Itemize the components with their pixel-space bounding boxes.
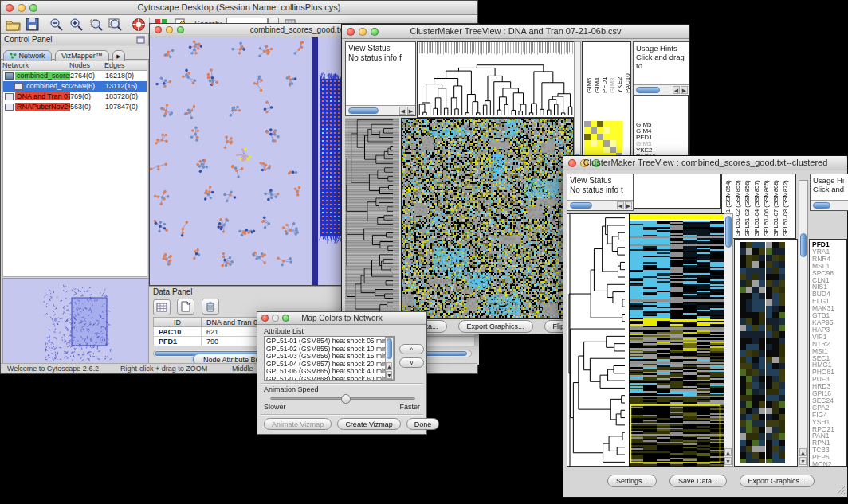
tv2-status-scrollbar[interactable]: ◀ ▶ <box>567 200 633 210</box>
vscrollbar-thumb[interactable] <box>387 338 392 359</box>
heatmap-cell <box>616 121 622 127</box>
export-graphics--button[interactable]: Export Graphics... <box>740 475 815 487</box>
slider-thumb[interactable] <box>341 394 351 404</box>
treeview2-titlebar[interactable]: ClusterMaker TreeView : combined_scores_… <box>563 156 847 170</box>
control-panel: Control Panel Network VizMapper™ ▶ Netwo… <box>1 34 149 365</box>
tv2-heatmap-vscrollbar[interactable]: ▲ ▼ <box>724 213 733 467</box>
scroll-up-icon[interactable]: ▲ <box>799 448 807 456</box>
resize-grip[interactable] <box>836 486 846 495</box>
scroll-right-icon[interactable]: ▶ <box>407 107 414 115</box>
settings--button[interactable]: Settings... <box>607 475 657 487</box>
heatmap-cell <box>616 134 622 140</box>
attribute-list-scrollbar[interactable]: ▲ ▼ <box>385 337 394 380</box>
move-down-button[interactable]: v <box>399 357 424 368</box>
tv2-gene-vscrollbar[interactable]: ▲ ▼ <box>799 180 808 467</box>
col-nodes[interactable]: Nodes <box>69 61 104 70</box>
save-data--button[interactable]: Save Data... <box>669 475 727 487</box>
scrollbar-thumb[interactable] <box>813 202 830 209</box>
heatmap-cell <box>591 127 597 134</box>
float-panel-icon[interactable] <box>136 36 145 44</box>
tv1-status-scrollbar[interactable]: ◀ ▶ <box>346 105 415 115</box>
scroll-right-icon[interactable]: ▶ <box>681 86 688 94</box>
tv1-zoom-heatmap[interactable] <box>584 121 622 159</box>
status-middle-hint: Middle- <box>232 365 256 373</box>
delete-trash-icon[interactable] <box>202 299 219 315</box>
network-row[interactable]: combined_scores2764(0)16218(0) <box>3 71 147 81</box>
export-graphics--button[interactable]: Export Graphics... <box>458 320 533 333</box>
file-icon <box>5 104 14 111</box>
attribute-table-icon[interactable] <box>153 299 171 315</box>
tv1-column-dendrogram[interactable] <box>417 41 575 118</box>
scrollbar-thumb[interactable] <box>348 107 379 114</box>
tv1-heatmap[interactable] <box>401 118 574 319</box>
column-label: GIM3 <box>609 45 616 93</box>
done-button[interactable]: Done <box>406 418 440 430</box>
status-welcome: Welcome to Cytoscape 2.6.2 <box>7 365 99 373</box>
tv2-zoom-heatmap[interactable] <box>740 242 786 463</box>
tv2-heatmap[interactable] <box>629 213 724 467</box>
scroll-left-icon[interactable]: ◀ <box>399 107 406 115</box>
heatmap-cell <box>603 127 610 134</box>
scroll-left-icon[interactable]: ◀ <box>617 201 624 209</box>
animate-vizmap-button[interactable]: Animate Vizmap <box>264 418 332 430</box>
tv1-usage-hints-text: Click and drag to <box>636 53 686 70</box>
tab-vizmapper[interactable]: VizMapper™ <box>55 50 109 61</box>
scroll-left-icon[interactable]: ◀ <box>673 86 680 94</box>
scroll-up-icon[interactable]: ▲ <box>386 362 392 370</box>
network-row[interactable]: combined_sco2569(6)13112(15) <box>3 81 147 92</box>
scroll-down-icon[interactable]: ▼ <box>386 371 392 379</box>
treeview2-window: ClusterMaker TreeView : combined_scores_… <box>563 155 848 498</box>
zoom-selected-icon[interactable] <box>88 18 104 32</box>
zoom-fit-icon[interactable] <box>108 18 124 32</box>
vscrollbar-thumb[interactable] <box>800 233 807 257</box>
heatmap-cell <box>616 127 622 134</box>
column-label: GPL51-04 (GSM857) <box>753 176 763 236</box>
new-page-icon[interactable] <box>177 299 194 315</box>
scroll-down-icon[interactable]: ▼ <box>724 457 732 465</box>
vscrollbar-thumb[interactable] <box>725 216 732 248</box>
tv2-view-status-text: No status info t <box>570 186 630 195</box>
column-label: YKE2 <box>616 45 623 93</box>
tv2-hints-scrollbar[interactable] <box>811 200 848 210</box>
animation-speed-slider[interactable] <box>270 397 415 400</box>
heatmap-cell <box>591 134 597 140</box>
network-row[interactable]: DNA and Tran 07769(0)183728(0) <box>3 92 147 102</box>
list-item[interactable]: GPL51-07 (GSM868) heat shock 60 min <box>266 376 392 381</box>
tv2-gene-list: PFD1YRA1RNR4MSL1SPC98CLN1NIS1BUD4ELG1MAK… <box>810 240 846 467</box>
column-label: GIM4 <box>594 45 601 93</box>
tv2-row-dendrogram[interactable] <box>567 213 630 467</box>
scrollbar-thumb[interactable] <box>570 202 592 209</box>
move-up-button[interactable]: ^ <box>399 344 424 354</box>
col-network[interactable]: Network <box>2 61 69 70</box>
cytoscape-titlebar[interactable]: Cytoscape Desktop (Session Name: collins… <box>1 1 477 15</box>
dialog-titlebar[interactable]: Map Colors to Network <box>257 312 426 325</box>
tv1-usage-hints: Usage Hints Click and drag to ◀ ▶ <box>633 41 689 96</box>
tabs-overflow-arrow[interactable]: ▶ <box>112 50 124 61</box>
window-title: Cytoscape Desktop (Session Name: collins… <box>1 2 477 12</box>
tab-network[interactable]: Network <box>3 50 52 61</box>
heatmap-cell <box>597 140 603 147</box>
scroll-down-icon[interactable]: ▼ <box>799 457 807 465</box>
tv2-column-dendrogram-area <box>634 174 721 209</box>
attr-col-id[interactable]: ID <box>154 318 202 327</box>
scroll-right-icon[interactable]: ▶ <box>625 201 632 209</box>
create-vizmap-button[interactable]: Create Vizmap <box>337 418 400 430</box>
treeview1-titlebar[interactable]: ClusterMaker TreeView : DNA and Tran 07-… <box>342 25 689 39</box>
open-folder-icon[interactable] <box>6 18 22 32</box>
animation-speed-label: Animation Speed <box>264 385 319 393</box>
birdseye-view[interactable] <box>2 278 149 365</box>
scrollbar-thumb[interactable] <box>636 87 660 93</box>
heatmap-cell <box>584 147 591 153</box>
help-lifesaver-icon[interactable] <box>132 18 147 32</box>
heatmap-cell <box>610 147 616 153</box>
tv1-hints-scrollbar[interactable]: ◀ ▶ <box>634 84 689 95</box>
gene-label[interactable]: MON2 <box>812 461 846 467</box>
scroll-up-icon[interactable]: ▲ <box>724 448 732 456</box>
tv1-row-dendrogram[interactable] <box>345 118 399 318</box>
zoom-out-icon[interactable] <box>49 18 65 32</box>
save-icon[interactable] <box>25 18 41 32</box>
col-edges[interactable]: Edges <box>104 61 147 70</box>
attribute-list[interactable]: GPL51-01 (GSM854) heat shock 05 minGPL51… <box>264 336 395 381</box>
network-row[interactable]: RNAPuberNov2+563(0)107847(0) <box>3 102 147 112</box>
zoom-in-icon[interactable] <box>69 18 84 32</box>
